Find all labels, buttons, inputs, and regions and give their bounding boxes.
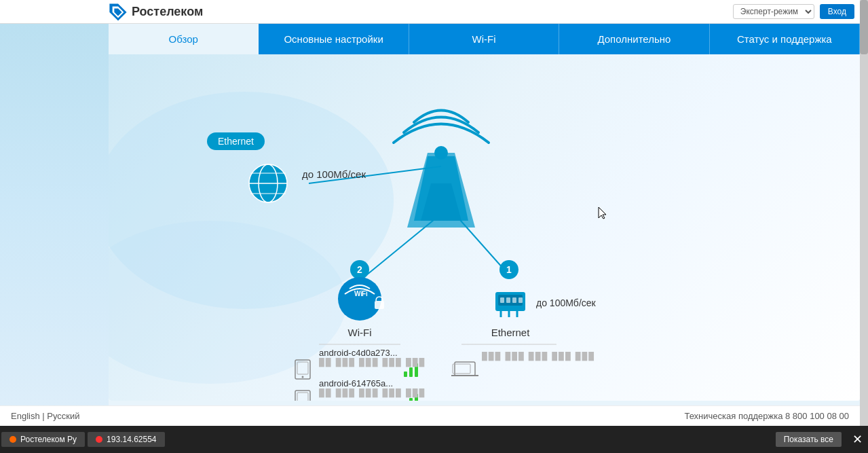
taskbar-item-1-label: Ростелеком Ру [20, 435, 77, 444]
tab-basic[interactable]: Основные настройки [259, 24, 409, 54]
wifi-device-2-ip: ██ ███ ███ ███ ███ [319, 388, 426, 397]
taskbar-dot-1 [10, 436, 16, 443]
header-right: Эксперт-режим Вход [733, 4, 854, 19]
scrollbar-thumb[interactable] [860, 0, 868, 54]
taskbar-dot-2 [96, 436, 102, 443]
logo-area: Ростелеком [109, 0, 203, 24]
wifi-device-1: android-c4d0a273... ██ ███ ███ ███ ███ [319, 348, 426, 366]
nav-tabs: Обзор Основные настройки Wi-Fi Дополните… [109, 24, 860, 54]
wifi-device-2: android-614765a... ██ ███ ███ ███ ███ [319, 378, 426, 397]
header: Ростелеком Эксперт-режим Вход [0, 0, 860, 24]
taskbar-right: Показать все ✕ [776, 432, 868, 447]
footer-support: Техническая поддержка 8 800 100 08 00 [684, 411, 849, 421]
brand-name: Ростелеком [132, 5, 203, 19]
wan-speed: до 100Мб/сек [302, 168, 366, 180]
main-content: 2 1 Wi Fi Wi-Fi Ethernet [109, 54, 860, 401]
expert-mode-select[interactable]: Эксперт-режим [733, 4, 814, 19]
left-sidebar [0, 0, 109, 405]
notification-button[interactable]: Показать все [776, 432, 842, 447]
taskbar-item-1[interactable]: Ростелеком Ру [1, 432, 85, 447]
wifi-device-1-name: android-c4d0a273... [319, 348, 426, 358]
taskbar: Ростелеком Ру 193.14.62554 Показать все … [0, 426, 868, 453]
tab-extra[interactable]: Дополнительно [559, 24, 709, 54]
wifi-device-2-name: android-614765a... [319, 378, 426, 388]
tab-status[interactable]: Статус и поддержка [710, 24, 860, 54]
logo-icon [109, 3, 128, 22]
eth-speed: до 100Мб/сек [536, 297, 596, 308]
ethernet-badge: Ethernet [207, 132, 265, 150]
bg-waves [109, 54, 860, 401]
taskbar-close-button[interactable]: ✕ [847, 432, 868, 447]
login-button[interactable]: Вход [820, 4, 854, 19]
taskbar-item-2[interactable]: 193.14.62554 [88, 432, 164, 447]
tab-wifi[interactable]: Wi-Fi [409, 24, 559, 54]
wifi-device-1-ip: ██ ███ ███ ███ ███ [319, 358, 426, 366]
footer-lang: English | Русский [11, 411, 80, 421]
scrollbar[interactable] [860, 0, 868, 453]
footer: English | Русский Техническая поддержка … [0, 405, 860, 426]
eth-device-1-ip: ███ ███ ███ ███ ███ [482, 352, 595, 360]
lang-english[interactable]: English [11, 411, 40, 421]
lang-russian[interactable]: Русский [47, 411, 79, 421]
taskbar-item-2-label: 193.14.62554 [107, 435, 156, 444]
tab-obzor[interactable]: Обзор [109, 24, 259, 54]
